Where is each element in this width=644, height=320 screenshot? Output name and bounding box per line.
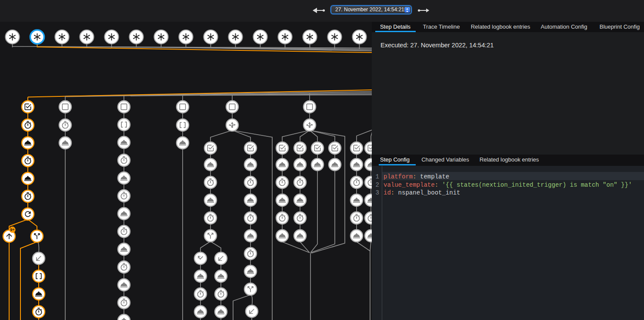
svg-text:9+: 9+ [10,228,14,232]
